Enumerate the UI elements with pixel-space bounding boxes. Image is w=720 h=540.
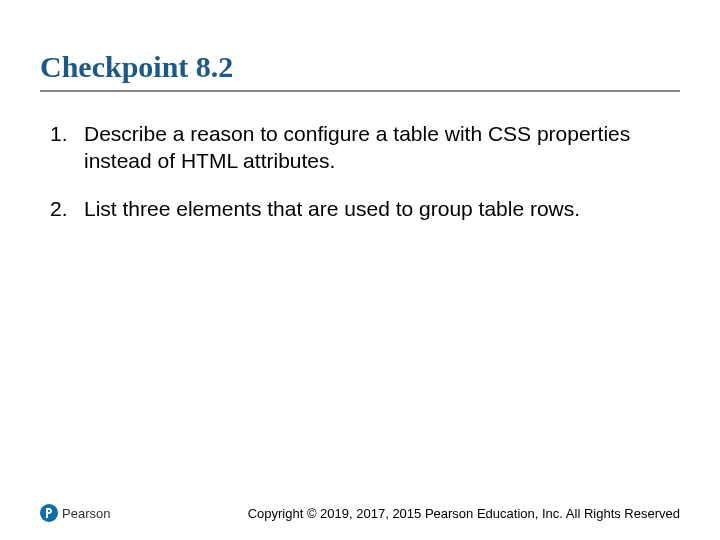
list-item: Describe a reason to configure a table w… bbox=[40, 120, 680, 175]
publisher-name: Pearson bbox=[62, 506, 110, 521]
p-icon bbox=[44, 507, 54, 519]
publisher-logo: Pearson bbox=[40, 504, 110, 522]
slide-title: Checkpoint 8.2 bbox=[40, 50, 680, 92]
slide-footer: Pearson Copyright © 2019, 2017, 2015 Pea… bbox=[40, 504, 680, 522]
question-list: Describe a reason to configure a table w… bbox=[40, 120, 680, 222]
list-item: List three elements that are used to gro… bbox=[40, 195, 680, 222]
pearson-logo-icon bbox=[40, 504, 58, 522]
slide: Checkpoint 8.2 Describe a reason to conf… bbox=[0, 0, 720, 540]
copyright-text: Copyright © 2019, 2017, 2015 Pearson Edu… bbox=[248, 506, 680, 521]
